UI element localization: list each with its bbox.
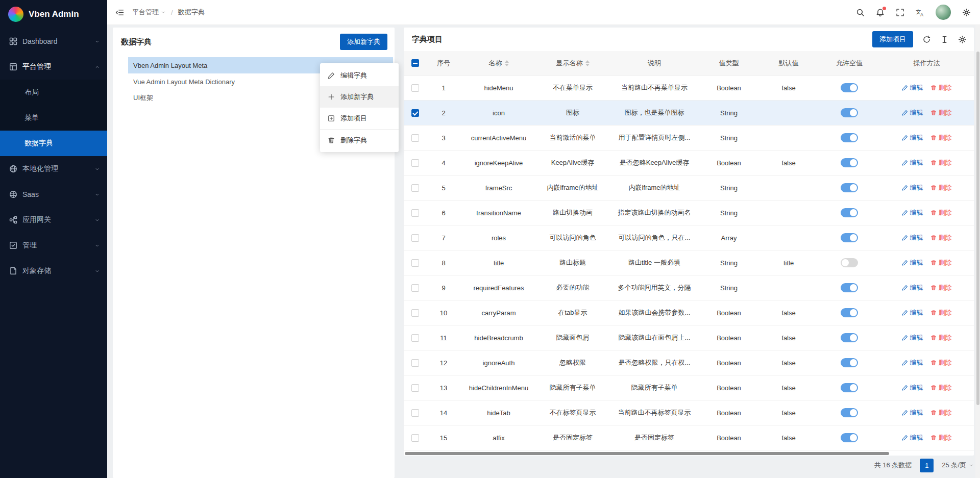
allow-null-toggle[interactable] — [841, 83, 858, 92]
delete-link[interactable]: 删除 — [930, 158, 952, 167]
row-checkbox[interactable] — [404, 225, 426, 250]
row-checkbox[interactable] — [404, 425, 426, 450]
context-menu-item-添加新字典[interactable]: 添加新字典 — [320, 86, 399, 108]
sidebar-item-布局[interactable]: 布局 — [0, 80, 107, 105]
vertical-scrollbar-thumb[interactable] — [976, 52, 979, 405]
edit-link[interactable]: 编辑 — [902, 133, 923, 142]
allow-null-toggle[interactable] — [841, 333, 858, 342]
sidebar-item-Dashboard[interactable]: Dashboard — [0, 29, 107, 54]
app-logo[interactable]: Vben Admin — [0, 0, 107, 29]
edit-link[interactable]: 编辑 — [902, 283, 923, 292]
delete-link[interactable]: 删除 — [930, 408, 952, 417]
row-checkbox[interactable] — [404, 350, 426, 375]
edit-link[interactable]: 编辑 — [902, 433, 923, 442]
allow-null-toggle[interactable] — [841, 308, 858, 317]
pagination-page-1[interactable]: 1 — [920, 459, 934, 472]
delete-link[interactable]: 删除 — [930, 208, 952, 217]
select-all-checkbox[interactable] — [404, 51, 426, 75]
user-avatar[interactable] — [936, 5, 951, 20]
context-menu-item-添加项目[interactable]: 添加项目 — [320, 108, 399, 129]
refresh-icon[interactable] — [922, 35, 931, 44]
gear-icon[interactable] — [958, 35, 967, 44]
row-checkbox[interactable] — [404, 325, 426, 350]
add-item-button[interactable]: 添加项目 — [872, 31, 913, 47]
row-checkbox[interactable] — [404, 375, 426, 400]
allow-null-toggle[interactable] — [841, 433, 858, 442]
sidebar-item-数据字典[interactable]: 数据字典 — [0, 131, 107, 156]
delete-link[interactable]: 删除 — [930, 383, 952, 392]
row-checkbox[interactable] — [404, 76, 426, 100]
bell-icon[interactable] — [876, 8, 885, 17]
delete-link[interactable]: 删除 — [930, 233, 952, 242]
menu-fold-icon[interactable] — [115, 8, 124, 17]
column-header-名称[interactable]: 名称 — [461, 51, 536, 75]
delete-link[interactable]: 删除 — [930, 308, 952, 317]
allow-null-toggle[interactable] — [841, 183, 858, 192]
sidebar-item-Saas[interactable]: Saas — [0, 182, 107, 207]
gear-icon[interactable] — [962, 8, 971, 17]
edit-link[interactable]: 编辑 — [902, 208, 923, 217]
vertical-scrollbar[interactable] — [975, 25, 980, 478]
edit-link[interactable]: 编辑 — [902, 308, 923, 317]
delete-link[interactable]: 删除 — [930, 333, 952, 342]
edit-link[interactable]: 编辑 — [902, 108, 923, 117]
edit-link[interactable]: 编辑 — [902, 333, 923, 342]
delete-link[interactable]: 删除 — [930, 108, 952, 117]
edit-link[interactable]: 编辑 — [902, 233, 923, 242]
sidebar-item-菜单[interactable]: 菜单 — [0, 105, 107, 131]
allow-null-toggle[interactable] — [841, 158, 858, 167]
items-toolbar: 添加项目 — [872, 31, 967, 47]
row-checkbox[interactable] — [404, 275, 426, 300]
fullscreen-icon[interactable] — [896, 8, 904, 17]
delete-link[interactable]: 删除 — [930, 258, 952, 267]
allow-null-toggle[interactable] — [841, 358, 858, 367]
sidebar-item-对象存储[interactable]: 对象存储 — [0, 258, 107, 284]
sidebar-item-本地化管理[interactable]: 本地化管理 — [0, 156, 107, 182]
page-size-select[interactable]: 25 条/页 — [942, 461, 974, 470]
row-checkbox[interactable] — [404, 175, 426, 200]
edit-link[interactable]: 编辑 — [902, 408, 923, 417]
delete-link[interactable]: 删除 — [930, 433, 952, 442]
allow-null-toggle[interactable] — [841, 383, 858, 392]
row-checkbox[interactable] — [404, 100, 426, 125]
sidebar-item-管理[interactable]: 管理 — [0, 233, 107, 258]
delete-link[interactable]: 删除 — [930, 83, 952, 92]
column-header-显示名称[interactable]: 显示名称 — [536, 51, 609, 75]
allow-null-toggle[interactable] — [841, 233, 858, 242]
row-checkbox[interactable] — [404, 150, 426, 175]
sort-icon[interactable] — [585, 60, 590, 66]
allow-null-toggle[interactable] — [841, 108, 858, 117]
context-menu-item-删除字典[interactable]: 删除字典 — [320, 129, 399, 150]
edit-link[interactable]: 编辑 — [902, 258, 923, 267]
row-checkbox[interactable] — [404, 200, 426, 225]
delete-link[interactable]: 删除 — [930, 183, 952, 192]
allow-null-toggle[interactable] — [841, 408, 858, 417]
delete-link[interactable]: 删除 — [930, 358, 952, 367]
allow-null-toggle[interactable] — [841, 258, 858, 267]
row-checkbox[interactable] — [404, 300, 426, 325]
sort-icon[interactable] — [505, 60, 509, 66]
sidebar-item-平台管理[interactable]: 平台管理 — [0, 54, 107, 80]
context-menu-item-编辑字典[interactable]: 编辑字典 — [320, 65, 399, 86]
row-checkbox[interactable] — [404, 400, 426, 425]
edit-link[interactable]: 编辑 — [902, 158, 923, 167]
allow-null-toggle[interactable] — [841, 283, 858, 292]
edit-link[interactable]: 编辑 — [902, 358, 923, 367]
sidebar-item-应用网关[interactable]: 应用网关 — [0, 207, 107, 233]
edit-link[interactable]: 编辑 — [902, 383, 923, 392]
delete-link[interactable]: 删除 — [930, 133, 952, 142]
allow-null-toggle[interactable] — [841, 133, 858, 142]
horizontal-scrollbar-thumb[interactable] — [405, 452, 889, 455]
edit-link[interactable]: 编辑 — [902, 83, 923, 92]
search-icon[interactable] — [856, 8, 865, 17]
breadcrumb-parent[interactable]: 平台管理 — [132, 8, 166, 17]
edit-link[interactable]: 编辑 — [902, 183, 923, 192]
row-checkbox[interactable] — [404, 250, 426, 275]
row-checkbox[interactable] — [404, 125, 426, 150]
horizontal-scrollbar[interactable] — [404, 451, 974, 456]
allow-null-toggle[interactable] — [841, 208, 858, 217]
translate-icon[interactable]: 文A — [916, 8, 924, 17]
delete-link[interactable]: 删除 — [930, 283, 952, 292]
column-height-icon[interactable] — [940, 35, 949, 44]
add-dictionary-button[interactable]: 添加新字典 — [340, 34, 387, 50]
